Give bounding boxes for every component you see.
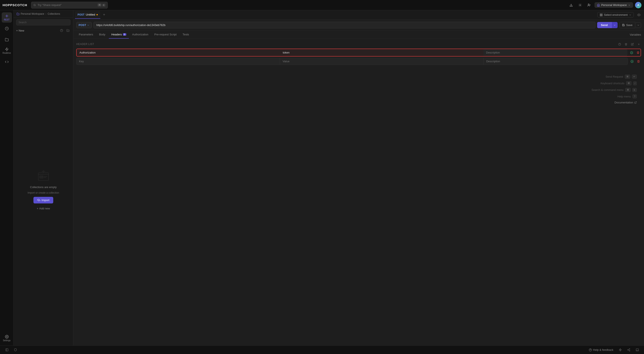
save-dropdown-button[interactable]: [636, 22, 641, 28]
share-icon: [627, 348, 630, 351]
panel-toggle-button[interactable]: [634, 346, 640, 353]
header-delete-1[interactable]: [636, 59, 641, 64]
user-invite-button[interactable]: [586, 2, 592, 9]
breadcrumb-collections[interactable]: Collections: [48, 12, 60, 15]
header-help-button[interactable]: [617, 42, 622, 47]
tab-headers[interactable]: Headers 1: [109, 31, 129, 39]
chevron-down-icon: [628, 4, 630, 7]
import-button[interactable]: Import: [34, 197, 53, 204]
add-new-button[interactable]: + Add new: [35, 206, 52, 211]
svg-line-37: [628, 349, 629, 349]
header-desc-0[interactable]: [484, 49, 628, 56]
send-dropdown-button[interactable]: [612, 22, 618, 28]
lightning-button[interactable]: [617, 346, 624, 353]
variables-button[interactable]: Variables: [630, 33, 641, 36]
sidebar-item-settings[interactable]: Settings: [2, 333, 12, 343]
method-chevron-icon: [87, 24, 90, 27]
tab-body[interactable]: Body: [96, 31, 108, 39]
save-icon: [622, 24, 625, 27]
sidebar-item-rest[interactable]: REST: [2, 12, 12, 23]
help-feedback-icon: [589, 348, 592, 351]
sidebar-item-code[interactable]: [2, 57, 12, 67]
download-button[interactable]: [568, 2, 574, 9]
header-value-0[interactable]: [280, 49, 484, 56]
help-circle-button[interactable]: [59, 28, 64, 33]
collections-panel: Personal Workspace › Collections + New: [14, 10, 73, 345]
select-environment-button[interactable]: Select environment: [597, 12, 634, 18]
svg-line-28: [635, 101, 636, 103]
send-button[interactable]: Send: [597, 22, 612, 28]
hint-search-menu: Search & command menu ⌘ K: [592, 88, 637, 92]
tab-parameters-label: Parameters: [79, 33, 93, 36]
header-check-1[interactable]: [630, 59, 635, 64]
toolbar-icons: [59, 28, 70, 33]
add-tab-button[interactable]: +: [101, 12, 107, 18]
new-button[interactable]: + New: [16, 29, 24, 32]
save-label: Save: [626, 24, 632, 27]
trash-icon: [636, 51, 640, 54]
send-chevron-icon: [613, 24, 616, 27]
tab-0[interactable]: POST Untitled: [75, 11, 100, 19]
svg-point-6: [6, 16, 7, 17]
save-button-group: Save: [619, 22, 641, 28]
breadcrumb-workspace[interactable]: Personal Workspace: [21, 12, 44, 15]
header-list-title: Header List: [76, 42, 641, 47]
shield-icon: [14, 348, 17, 351]
collections-search-input[interactable]: [16, 20, 70, 25]
save-button[interactable]: Save: [619, 22, 635, 28]
hint-help-menu: Help menu ?: [618, 94, 637, 98]
breadcrumb: Personal Workspace › Collections: [14, 10, 73, 18]
header-delete-0[interactable]: [636, 50, 640, 55]
tab-body-label: Body: [99, 33, 106, 36]
main-area: REST Realtime Sett: [0, 10, 644, 345]
header-value-1[interactable]: [280, 58, 484, 65]
tab-right-area: Select environment: [597, 12, 642, 18]
header-check-0[interactable]: [629, 50, 634, 55]
header-trash-icon: [624, 43, 628, 46]
tab-tests-label: Tests: [182, 33, 189, 36]
url-input[interactable]: [94, 22, 595, 28]
menu-button[interactable]: [577, 2, 584, 9]
sidebar-item-history[interactable]: [2, 24, 12, 34]
icon-sidebar: REST Realtime Sett: [0, 10, 14, 345]
search-input[interactable]: [38, 4, 96, 7]
avatar[interactable]: A: [635, 2, 642, 8]
method-select[interactable]: POST: [76, 22, 92, 28]
import-label: Import: [42, 199, 50, 202]
hint-help-label: Help menu: [618, 95, 631, 98]
svg-line-36: [628, 350, 629, 350]
search-bar[interactable]: ⌘ K: [31, 2, 108, 9]
import-folder-button[interactable]: [66, 28, 70, 33]
variables-label: Variables: [630, 33, 641, 36]
bottom-left-icons: [4, 346, 19, 353]
header-desc-1[interactable]: [484, 58, 628, 65]
tab-parameters[interactable]: Parameters: [76, 31, 96, 39]
header-key-1[interactable]: [76, 58, 280, 65]
tab-tests[interactable]: Tests: [180, 31, 192, 39]
svg-point-8: [6, 336, 7, 337]
hint-send-request: Send Request ⌘ ↵: [606, 75, 637, 79]
sidebar-item-collections[interactable]: [2, 35, 12, 45]
tab-prerequest[interactable]: Pre-request Script: [152, 31, 179, 39]
collections-icon: [5, 38, 9, 42]
breadcrumb-separator: ›: [46, 12, 46, 15]
svg-rect-38: [636, 349, 638, 351]
shield-button[interactable]: [12, 346, 19, 353]
share-button[interactable]: [625, 346, 632, 353]
documentation-link[interactable]: Documentation: [614, 101, 637, 104]
sidebar-item-realtime[interactable]: Realtime: [2, 46, 12, 56]
header-trash-button[interactable]: [624, 42, 628, 47]
eye-button[interactable]: [636, 12, 642, 18]
sidebar-item-rest-label: REST: [4, 19, 10, 21]
sidebar-toggle-button[interactable]: [4, 346, 10, 353]
hint-send-key-cmd: ⌘: [625, 75, 630, 79]
tab-authorization[interactable]: Authorization: [130, 31, 151, 39]
header-key-0[interactable]: [77, 49, 280, 56]
help-feedback-button[interactable]: Help & feedback: [589, 348, 613, 351]
svg-point-34: [628, 349, 628, 350]
svg-point-33: [629, 348, 630, 349]
folder-icon: [16, 13, 20, 15]
header-edit-button[interactable]: [630, 42, 635, 47]
header-add-button[interactable]: [636, 42, 641, 47]
workspace-button[interactable]: Personal Workspace: [594, 2, 633, 8]
